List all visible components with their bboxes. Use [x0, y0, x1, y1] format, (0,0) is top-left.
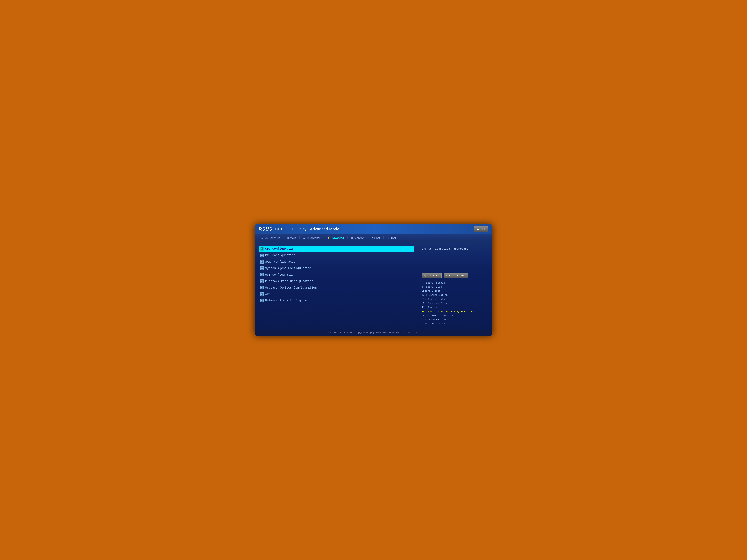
shortcut-0: ↔: Select Screen [422, 281, 488, 285]
nav-advanced-label: Advanced [331, 236, 344, 239]
arrow-icon-4: ▶ [260, 273, 264, 276]
nav-aitweaker-label: Ai Tweaker [307, 236, 320, 239]
advanced-icon: ⚡ [327, 237, 330, 239]
shortcut-3: +/-: Change Option [422, 293, 488, 297]
description-area: CPU Configuration Parameters [422, 245, 488, 273]
menu-item-sata-config[interactable]: ▶ SATA Configuration [259, 259, 414, 265]
main-content: ▶ CPU Configuration ▶ PCH Configuration … [255, 242, 492, 330]
nav-item-advanced[interactable]: ⚡ Advanced [325, 236, 346, 240]
shortcut-2: Enter: Select [422, 289, 488, 293]
menu-label-7: APM [265, 293, 271, 296]
monitor-icon: ⚙ [351, 237, 353, 239]
nav-item-favorites[interactable]: ★ My Favorites [259, 236, 283, 240]
shortcut-6: F3: Shortcut [422, 305, 488, 310]
shortcut-4: F1: General Help [422, 297, 488, 301]
menu-item-sysagent-config[interactable]: ▶ System Agent Configuration [259, 265, 414, 271]
menu-label-0: CPU Configuration [265, 247, 295, 250]
menu-label-5: Platform Misc Configuration [265, 279, 313, 283]
left-panel: ▶ CPU Configuration ▶ PCH Configuration … [259, 245, 418, 326]
arrow-icon-2: ▶ [260, 260, 264, 264]
exit-icon: ⏏ [477, 228, 480, 231]
menu-label-4: USB Configuration [265, 273, 295, 276]
nav-bar: ★ My Favorites | ≡ Main | ☁ Ai Tweaker |… [255, 234, 492, 242]
arrow-icon-6: ▶ [260, 286, 264, 289]
header-title: UEFI BIOS Utility - Advanced Mode [275, 227, 339, 232]
shortcut-10: F12: Print Screen [422, 322, 488, 326]
nav-favorites-label: My Favorites [264, 236, 280, 239]
favorites-icon: ★ [261, 237, 263, 239]
shortcut-7: F4: Add to Shortcut and My Favorites [422, 310, 488, 314]
menu-item-onboard-devices-config[interactable]: ▶ Onboard Devices Configuration [259, 285, 414, 291]
menu-item-pch-config[interactable]: ▶ PCH Configuration [259, 252, 414, 259]
menu-label-3: System Agent Configuration [265, 267, 311, 270]
nav-item-aitweaker[interactable]: ☁ Ai Tweaker [301, 236, 323, 240]
nav-sep-5: | [366, 236, 368, 240]
shortcut-1: ↕: Select Item [422, 285, 488, 289]
footer-bar: Version 2.10.1208. Copyright (C) 2014 Am… [255, 330, 492, 336]
menu-item-apm[interactable]: ▶ APM [259, 291, 414, 297]
nav-tool-label: Tool [391, 236, 396, 239]
menu-label-6: Onboard Devices Configuration [265, 286, 317, 289]
arrow-icon-3: ▶ [260, 266, 264, 270]
nav-sep-7: | [398, 236, 401, 240]
right-panel: CPU Configuration Parameters Quick Note … [418, 245, 488, 326]
nav-item-boot[interactable]: ⏻ Boot [368, 236, 382, 240]
shortcut-8: F5: Optimized Defaults [422, 314, 488, 318]
asus-logo: RSUS [259, 226, 273, 232]
nav-sep-3: | [323, 236, 325, 240]
description-text: CPU Configuration Parameters [422, 247, 468, 250]
nav-main-label: Main [290, 236, 296, 239]
nav-sep-4: | [346, 236, 349, 240]
shortcut-5: F2: Previous Values [422, 301, 488, 305]
menu-label-2: SATA Configuration [265, 260, 297, 264]
arrow-icon-8: ▶ [260, 299, 264, 302]
header-bar: RSUS UEFI BIOS Utility - Advanced Mode ⏏… [255, 224, 492, 234]
arrow-icon-0: ▶ [260, 247, 264, 250]
exit-label: Exit [481, 228, 485, 231]
exit-button[interactable]: ⏏ Exit [473, 226, 488, 232]
bios-screen: RSUS UEFI BIOS Utility - Advanced Mode ⏏… [255, 224, 492, 336]
boot-icon: ⏻ [370, 237, 373, 239]
nav-item-monitor[interactable]: ⚙ Monitor [349, 236, 366, 240]
header-left: RSUS UEFI BIOS Utility - Advanced Mode [259, 226, 339, 232]
nav-sep-6: | [382, 236, 385, 240]
arrow-icon-1: ▶ [260, 254, 264, 257]
nav-sep-2: | [298, 236, 301, 240]
quick-note-row: Quick Note Last Modified [422, 273, 488, 278]
menu-label-8: Network Stack Configuration [265, 299, 313, 302]
menu-label-1: PCH Configuration [265, 254, 295, 257]
arrow-icon-7: ▶ [260, 292, 264, 296]
nav-boot-label: Boot [374, 236, 380, 239]
menu-item-cpu-config[interactable]: ▶ CPU Configuration [259, 245, 414, 252]
aitweaker-icon: ☁ [303, 237, 306, 239]
menu-item-network-stack-config[interactable]: ▶ Network Stack Configuration [259, 297, 414, 304]
quick-note-button[interactable]: Quick Note [422, 273, 442, 278]
last-modified-button[interactable]: Last Modified [443, 273, 468, 278]
shortcuts-area: ↔: Select Screen ↕: Select Item Enter: S… [422, 281, 488, 326]
nav-sep-1: | [283, 236, 285, 240]
nav-monitor-label: Monitor [354, 236, 364, 239]
footer-text: Version 2.10.1208. Copyright (C) 2014 Am… [328, 331, 419, 334]
menu-item-usb-config[interactable]: ▶ USB Configuration [259, 271, 414, 278]
tool-icon: 🖨 [387, 237, 390, 239]
main-icon: ≡ [287, 237, 289, 239]
nav-item-tool[interactable]: 🖨 Tool [385, 236, 398, 240]
arrow-icon-5: ▶ [260, 279, 264, 283]
shortcut-9: F10: Save ESC: Exit [422, 318, 488, 322]
menu-item-platform-misc-config[interactable]: ▶ Platform Misc Configuration [259, 278, 414, 285]
nav-item-main[interactable]: ≡ Main [285, 236, 298, 240]
